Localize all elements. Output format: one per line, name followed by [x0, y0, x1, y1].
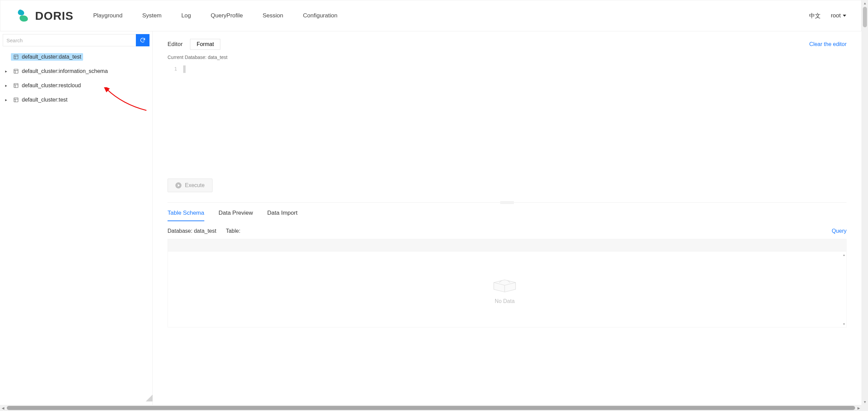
- tree-item-information-schema[interactable]: ▸ default_cluster:information_schema: [0, 64, 152, 78]
- scrollbar-corner: [862, 405, 868, 411]
- brand-text: DORIS: [35, 9, 74, 22]
- nav-queryprofile[interactable]: QueryProfile: [211, 12, 243, 19]
- tree-item-label: default_cluster:data_test: [22, 54, 81, 60]
- tree-item-label: default_cluster:information_schema: [22, 68, 108, 74]
- tree-item-restcloud[interactable]: ▸ default_cluster:restcloud: [0, 78, 152, 93]
- tab-data-preview[interactable]: Data Preview: [219, 210, 253, 221]
- horizontal-divider: [168, 202, 847, 203]
- nav-session[interactable]: Session: [263, 12, 283, 19]
- play-icon: [175, 182, 182, 188]
- lang-toggle[interactable]: 中文: [809, 12, 821, 20]
- doris-logo-icon: [15, 9, 30, 23]
- scroll-down-icon[interactable]: ▼: [862, 399, 868, 405]
- scroll-thumb[interactable]: [863, 7, 867, 27]
- app-header: DORIS Playground System Log QueryProfile…: [0, 0, 862, 31]
- top-nav: Playground System Log QueryProfile Sessi…: [93, 12, 337, 19]
- tree-item-test[interactable]: ▸ default_cluster:test: [0, 93, 152, 107]
- tree-item-data-test[interactable]: ▸ default_cluster:data_test: [0, 50, 152, 64]
- database-icon: [13, 97, 19, 103]
- sql-editor[interactable]: 1: [168, 63, 847, 179]
- execute-button[interactable]: Execute: [168, 179, 212, 192]
- user-name: root: [831, 12, 841, 19]
- schema-grid: No Data ▴ ▾: [168, 239, 847, 328]
- grid-empty-state: No Data: [168, 252, 841, 327]
- scroll-down-icon[interactable]: ▾: [843, 322, 845, 326]
- nav-playground[interactable]: Playground: [93, 12, 123, 19]
- refresh-icon: [140, 37, 146, 43]
- sidebar-resize-handle[interactable]: [146, 395, 153, 401]
- editor-title: Editor: [168, 41, 183, 48]
- format-button[interactable]: Format: [190, 39, 220, 50]
- tree-item-label: default_cluster:restcloud: [22, 82, 81, 89]
- main-panel: Editor Format Clear the editor Current D…: [153, 31, 862, 405]
- scroll-up-icon[interactable]: ▲: [862, 0, 868, 6]
- empty-box-icon: [491, 274, 518, 293]
- tree-item-label: default_cluster:test: [22, 97, 67, 103]
- nav-system[interactable]: System: [142, 12, 162, 19]
- tree-caret-icon[interactable]: ▸: [4, 97, 8, 102]
- tree-caret-icon[interactable]: ▸: [4, 69, 8, 74]
- schema-database-label: Database: data_test: [168, 228, 216, 234]
- grid-header-row: [168, 239, 846, 252]
- brand: DORIS: [15, 9, 74, 23]
- database-icon: [13, 82, 19, 89]
- svg-rect-9: [14, 98, 18, 102]
- schema-table-label: Table:: [226, 228, 240, 234]
- svg-rect-6: [14, 83, 18, 88]
- grid-scrollbar[interactable]: ▴ ▾: [841, 252, 846, 327]
- caret-down-icon: [843, 15, 846, 17]
- editor-cursor: [183, 65, 186, 73]
- window-vertical-scrollbar[interactable]: ▲ ▼: [862, 0, 868, 405]
- nav-log[interactable]: Log: [181, 12, 191, 19]
- search-input[interactable]: [3, 34, 136, 46]
- scroll-up-icon[interactable]: ▴: [843, 253, 845, 257]
- database-icon: [13, 68, 19, 74]
- svg-rect-3: [14, 69, 18, 73]
- user-menu[interactable]: root: [831, 12, 846, 19]
- pane-drag-handle[interactable]: [500, 201, 514, 204]
- clear-editor-link[interactable]: Clear the editor: [809, 41, 847, 47]
- tree-caret-icon[interactable]: ▸: [4, 83, 8, 88]
- execute-label: Execute: [185, 182, 205, 188]
- result-tabs: Table Schema Data Preview Data Import: [168, 210, 847, 221]
- editor-line-number: 1: [168, 66, 180, 72]
- current-database-label: Current Database: data_test: [168, 55, 847, 60]
- window-horizontal-scrollbar[interactable]: ◀ ▶: [0, 405, 862, 411]
- nav-configuration[interactable]: Configuration: [303, 12, 337, 19]
- scroll-thumb[interactable]: [7, 406, 855, 410]
- database-tree: ▸ default_cluster:data_test ▸: [0, 48, 152, 108]
- scroll-left-icon[interactable]: ◀: [0, 405, 6, 411]
- query-link[interactable]: Query: [832, 228, 847, 234]
- database-icon: [13, 54, 19, 60]
- scroll-right-icon[interactable]: ▶: [856, 405, 862, 411]
- sidebar: ▸ default_cluster:data_test ▸: [0, 31, 153, 405]
- refresh-button[interactable]: [136, 34, 149, 46]
- svg-rect-0: [14, 55, 18, 59]
- empty-label: No Data: [495, 298, 515, 304]
- tab-data-import[interactable]: Data Import: [267, 210, 298, 221]
- tab-table-schema[interactable]: Table Schema: [168, 210, 204, 221]
